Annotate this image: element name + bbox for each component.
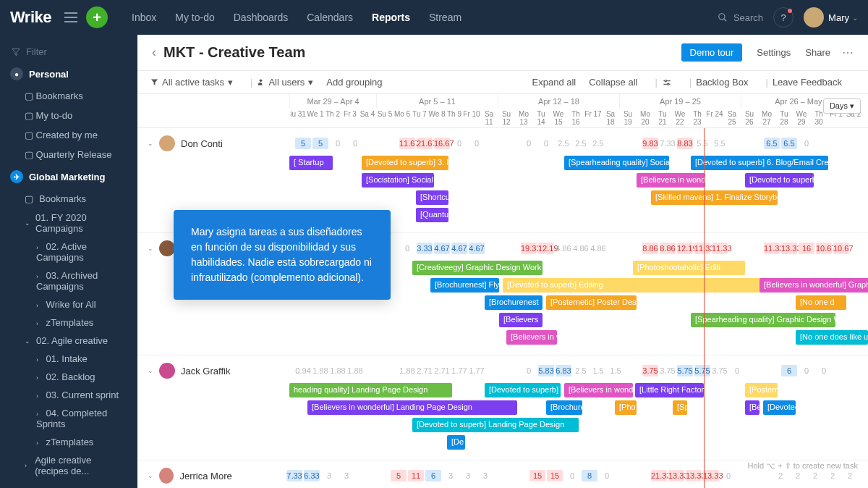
task-bar[interactable]: heading quality] Landing Page Design: [289, 383, 452, 397]
nav-calendars[interactable]: Calendars: [297, 12, 362, 23]
sidebar-section-personal[interactable]: ●Personal: [0, 62, 137, 86]
expand-icon[interactable]: ›: [36, 356, 43, 363]
new-button[interactable]: +: [86, 7, 108, 28]
task-bar[interactable]: [Skilled mavens] 1. Finalize Storyboard: [651, 190, 778, 205]
task-bar[interactable]: [Believers in wo: [506, 330, 557, 345]
collapse-all-button[interactable]: Collapse all: [589, 77, 637, 88]
task-bar[interactable]: [Devoted to superb] S: [745, 173, 814, 188]
sidebar-personal-2[interactable]: ▢ Created by me: [0, 125, 137, 145]
task-bar[interactable]: [Devoted to superb] Editing: [503, 278, 792, 293]
task-bar[interactable]: [Postern: [745, 383, 778, 397]
sidebar-fy-1[interactable]: › 03. Archived Campaigns: [0, 266, 137, 295]
task-bar[interactable]: [Believers in wonderful] Landing Page De…: [307, 400, 517, 415]
task-bar[interactable]: [Believers in wonder: [637, 173, 705, 188]
expand-icon[interactable]: ›: [36, 320, 43, 327]
expand-icon[interactable]: ›: [36, 244, 43, 251]
task-bar[interactable]: [De: [447, 435, 465, 450]
collapse-icon[interactable]: ⌄: [148, 140, 153, 147]
task-bar[interactable]: [Pho: [615, 400, 637, 415]
demo-tour-button[interactable]: Demo tour: [681, 43, 743, 62]
task-bar[interactable]: [Devoted to superb] 6. Blog/Email Creati…: [691, 156, 828, 170]
expand-icon[interactable]: ›: [36, 392, 43, 400]
task-bar[interactable]: [Little Right Factor] P: [635, 383, 704, 397]
expand-icon[interactable]: ›: [36, 374, 43, 382]
expand-icon[interactable]: ›: [36, 411, 43, 418]
task-bar[interactable]: [Believers in wonderful] Graphic De: [760, 278, 868, 293]
add-grouping-button[interactable]: Add grouping: [326, 77, 382, 88]
sidebar-folder-agile-recipes[interactable]: ›Agile creative (recipes de...: [0, 451, 137, 480]
sidebar-item-bookmarks[interactable]: ▢ Bookmarks: [0, 189, 137, 209]
task-bar[interactable]: [Brochurenest: [485, 295, 542, 310]
chevron-down-icon[interactable]: ⌄: [852, 14, 858, 22]
share-link[interactable]: Share: [805, 47, 830, 58]
sidebar-folder-agile[interactable]: ⌄02. Agile creative: [0, 332, 137, 350]
expand-icon[interactable]: ›: [36, 273, 43, 280]
settings-icon[interactable]: [662, 77, 672, 88]
task-bar[interactable]: [No one does like u: [796, 330, 868, 345]
sidebar-fy-2[interactable]: › Wrike for All: [0, 295, 137, 314]
leave-feedback-button[interactable]: Leave Feedback: [773, 77, 842, 88]
task-bar[interactable]: [Devoted to superb] 4: [485, 383, 561, 397]
task-bar[interactable]: [Believers: [499, 313, 542, 327]
sidebar-fy-0[interactable]: › 02. Active Campaigns: [0, 237, 137, 266]
sidebar-agile-4[interactable]: › zTemplates: [0, 433, 137, 451]
help-button[interactable]: ?: [773, 7, 793, 28]
task-bar[interactable]: [Brochure: [546, 400, 582, 415]
collapse-icon[interactable]: ⌄: [148, 367, 153, 374]
backlog-box-button[interactable]: Backlog Box: [696, 77, 748, 88]
sidebar-personal-3[interactable]: ▢ Quarterly Release: [0, 145, 137, 164]
more-icon[interactable]: ⋯: [842, 46, 854, 59]
task-bar[interactable]: [Posternetic] Poster Design: [546, 295, 637, 310]
nav-inbox[interactable]: Inbox: [122, 12, 166, 23]
hours-cell: 6.5: [764, 138, 780, 149]
task-bar[interactable]: [Creativeegy] Graphic Design Work: [412, 261, 542, 275]
nav-dashboards[interactable]: Dashboards: [224, 12, 298, 23]
task-bar[interactable]: [Shortcuts: [416, 190, 448, 205]
filter-tasks-dropdown[interactable]: All active tasks ▾: [150, 77, 233, 88]
sidebar-agile-2[interactable]: › 03. Current sprint: [0, 386, 137, 404]
task-bar[interactable]: [Photoshootaholic] Editi: [633, 261, 745, 275]
filter-users-dropdown[interactable]: All users ▾: [257, 77, 313, 88]
task-bar[interactable]: [Beli: [745, 400, 760, 415]
time-unit-dropdown[interactable]: Days ▾: [823, 98, 861, 114]
task-bar[interactable]: [Sp: [673, 400, 687, 415]
task-bar[interactable]: [Quantum: [416, 208, 448, 222]
nav-my-to-do[interactable]: My to-do: [166, 12, 224, 23]
hamburger-icon[interactable]: [64, 12, 77, 22]
collapse-icon[interactable]: ⌄: [148, 245, 153, 252]
task-bar[interactable]: [Spearheading quality] Graphic Design Wo…: [691, 313, 835, 327]
hours-cell: 5.75: [677, 365, 693, 376]
task-bar[interactable]: [Socistation] Social Co: [362, 173, 434, 188]
task-bar[interactable]: [Devoted to superb] Landing Page Design: [412, 418, 579, 432]
settings-link[interactable]: Settings: [757, 47, 791, 58]
expand-icon[interactable]: ›: [36, 439, 43, 447]
user-name[interactable]: Mary: [828, 12, 849, 23]
sidebar-folder-fy2020[interactable]: ⌄01. FY 2020 Campaigns: [0, 209, 137, 237]
nav-reports[interactable]: Reports: [362, 12, 420, 23]
task-bar[interactable]: [No one d: [796, 295, 846, 310]
expand-icon[interactable]: ⌄: [25, 337, 32, 345]
sidebar-personal-1[interactable]: ▢ My to-do: [0, 106, 137, 125]
task-bar[interactable]: [Brochurenest] Flyer/: [430, 278, 499, 293]
user-avatar[interactable]: [804, 7, 824, 28]
back-button[interactable]: ‹: [152, 45, 156, 60]
nav-stream[interactable]: Stream: [420, 12, 471, 23]
task-bar[interactable]: [Spearheading quality] Social Co: [564, 156, 669, 170]
task-bar[interactable]: [ Startup: [289, 156, 333, 170]
sidebar-fy-3[interactable]: › zTemplates: [0, 314, 137, 332]
sidebar-personal-0[interactable]: ▢ Bookmarks: [0, 86, 137, 106]
expand-icon[interactable]: ›: [25, 462, 30, 469]
sidebar-section-global-marketing[interactable]: ✈Global Marketing: [0, 164, 137, 189]
sidebar-agile-1[interactable]: › 02. Backlog: [0, 368, 137, 386]
collapse-icon[interactable]: ⌄: [148, 472, 153, 479]
search-input[interactable]: Search: [718, 12, 763, 23]
expand-icon[interactable]: ⌄: [25, 219, 31, 227]
task-bar[interactable]: [Devoted: [763, 400, 796, 415]
expand-icon[interactable]: ›: [36, 302, 43, 309]
sidebar-agile-0[interactable]: › 01. Intake: [0, 350, 137, 368]
sidebar-agile-3[interactable]: › 04. Completed Sprints: [0, 404, 137, 433]
expand-all-button[interactable]: Expand all: [532, 77, 576, 88]
task-bar[interactable]: [Believers in wonder: [564, 383, 633, 397]
task-bar[interactable]: [Devoted to superb] 3. Init: [362, 156, 448, 170]
filter-input[interactable]: Filter: [0, 42, 137, 62]
